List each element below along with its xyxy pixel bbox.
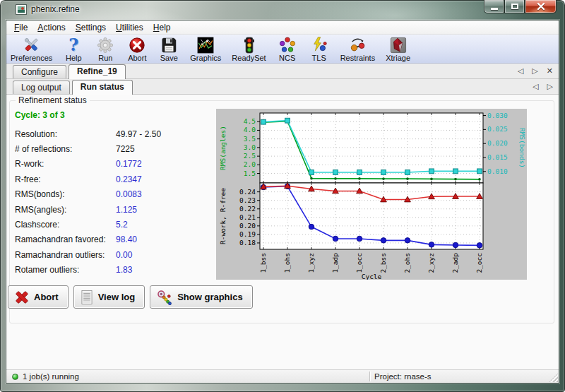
svg-text:2_adp: 2_adp [451,253,459,273]
toolbar-label: Run [98,54,112,62]
svg-text:1.5: 1.5 [244,170,256,177]
menu-settings[interactable]: Settings [71,21,111,34]
toolbar-graphics-button[interactable]: Graphics [190,35,221,62]
status-row: R-free:0.2347 [15,172,215,186]
svg-text:0.22: 0.22 [239,205,256,213]
svg-text:0.025: 0.025 [487,125,508,133]
toolbar-xtriage-button[interactable]: Xtriage [386,35,410,62]
toolbar-ncs-button[interactable]: NCS [277,35,298,62]
subtab-scroll-left-icon[interactable]: ◁ [533,82,538,91]
restraints-bond-icon [347,35,367,54]
graphics-molecule-icon [156,290,173,305]
run-gear-icon [95,35,115,54]
status-row-value: 7225 [116,144,135,154]
svg-text:2.0: 2.0 [244,160,256,168]
tab-refine-19[interactable]: Refine_19 [69,64,126,79]
menu-bar: File Actions Settings Utilities Help [6,20,559,35]
status-row-value: 0.00 [116,250,132,260]
save-floppy-icon [159,35,179,54]
xtriage-crystal-icon [388,35,408,54]
subtab-scroll-right-icon[interactable]: ▷ [547,82,553,91]
status-row-value: 1.83 [116,265,132,275]
toolbar-label: Preferences [11,54,52,62]
run-status-page: Refinement status Cycle: 3 of 3 Resoluti… [6,95,559,371]
statusbar-divider [369,372,370,381]
svg-text:2_bss: 2_bss [379,253,387,273]
toolbar-run-button[interactable]: Run [95,35,116,62]
titlebar[interactable]: phenix.refine [0,0,565,20]
status-row: R-work:0.1772 [15,157,215,172]
svg-text:0.20: 0.20 [239,222,256,230]
toolbar-help-button[interactable]: ? Help [63,35,84,62]
toolbar-label: Xtriage [386,54,410,62]
ncs-rings-icon [278,35,297,54]
svg-text:4.0: 4.0 [244,126,256,133]
svg-text:1_ohs: 1_ohs [283,253,291,273]
status-row-value: 0.1772 [116,159,142,169]
toolbar-label: NCS [279,54,295,62]
cycle-indicator: Cycle: 3 of 3 [15,110,215,120]
tab-scroll-left-icon[interactable]: ◁ [518,66,523,76]
help-question-icon: ? [64,35,83,54]
jobs-running-text: 1 job(s) running [23,372,79,381]
resize-grip[interactable] [549,373,558,382]
tab-close-icon[interactable]: ✕ [547,66,553,76]
toolbar-label: Help [66,54,82,62]
maximize-button[interactable] [504,0,525,13]
svg-text:0.21: 0.21 [239,213,256,221]
menu-utilities[interactable]: Utilities [111,21,148,34]
refinement-status-box-label: Refinement status [16,95,90,105]
status-row-label: R-work: [15,159,116,169]
project-name-text: Project: rnase-s [374,372,432,381]
show-graphics-button[interactable]: Show graphics [150,285,252,309]
status-row-value: 98.40 [116,234,137,244]
toolbar: Preferences ? Help [6,35,559,64]
tab-scroll-right-icon[interactable]: ▷ [532,66,537,76]
status-row-label: Ramachandran favored: [15,234,116,244]
status-bar: 1 job(s) running Project: rnase-s [6,369,559,383]
status-row: # of reflections:7225 [15,141,215,156]
toolbar-tls-button[interactable]: TLS [309,35,330,62]
show-graphics-button-label: Show graphics [177,292,242,302]
tab-run-status[interactable]: Run status [72,80,133,95]
toolbar-abort-button[interactable]: Abort [126,35,148,62]
tab-configure[interactable]: Configure [13,65,66,78]
svg-text:1_bss: 1_bss [259,253,267,273]
toolbar-label: Graphics [190,54,221,62]
toolbar-label: Restraints [340,54,376,62]
log-document-icon [80,290,94,305]
toolbar-preferences-button[interactable]: Preferences [11,35,52,62]
status-row-label: Resolution: [15,129,116,139]
minimize-icon [491,8,498,10]
status-row-value: 0.2347 [116,174,142,184]
toolbar-readyset-button[interactable]: ReadySet [232,35,266,62]
status-row: Ramachandran favored:98.40 [15,232,215,247]
toolbar-save-button[interactable]: Save [158,35,179,62]
svg-text:1_occ: 1_occ [355,253,363,273]
status-row-value: 49.97 - 2.50 [116,129,161,139]
tab-log-output[interactable]: Log output [13,81,70,94]
status-row-value: 0.0083 [116,189,142,199]
status-row: Ramachandran outliers:0.00 [15,247,215,262]
close-button[interactable] [525,0,557,13]
readyset-traffic-light-icon [239,35,259,54]
abort-button[interactable]: Abort [8,285,69,309]
minimize-button[interactable] [484,0,504,13]
view-log-button[interactable]: View log [73,285,145,309]
svg-text:2.5: 2.5 [244,152,256,160]
status-column: Cycle: 3 of 3 Resolution:49.97 - 2.50 # … [15,110,215,278]
status-row: Resolution:49.97 - 2.50 [15,126,215,141]
toolbar-label: TLS [312,54,326,62]
menu-actions[interactable]: Actions [32,21,70,34]
status-row-label: # of reflections: [15,144,116,154]
view-log-button-label: View log [98,292,136,302]
svg-text:1_xyz: 1_xyz [307,253,315,273]
window-title: phenix.refine [31,4,80,14]
toolbar-restraints-button[interactable]: Restraints [340,35,376,62]
status-row: Clashscore:5.2 [15,217,215,232]
svg-text:0.24: 0.24 [239,188,256,196]
menu-file[interactable]: File [9,21,32,34]
svg-text:RMS(bonds): RMS(bonds) [518,128,526,168]
status-row-label: R-free: [15,174,116,184]
menu-help[interactable]: Help [148,21,176,34]
